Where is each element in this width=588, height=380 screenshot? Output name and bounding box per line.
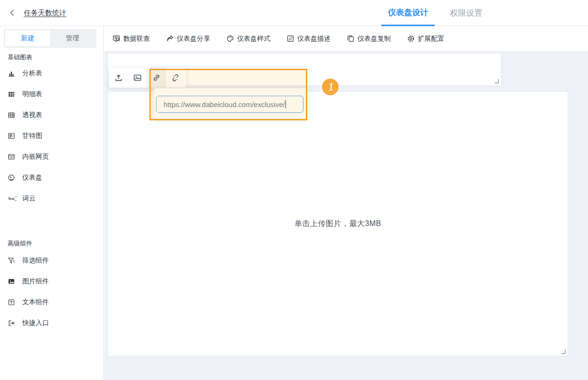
toolbar-dashboard-description[interactable]: 仪表盘描述 — [286, 35, 331, 43]
sidebar-item-analysis-table[interactable]: 分析表 — [0, 63, 103, 84]
unlink-icon — [171, 73, 180, 82]
link-button[interactable] — [147, 68, 166, 88]
word-cloud-icon: Text — [8, 195, 18, 202]
section-basic-charts: 基础图表 — [8, 53, 32, 62]
palette-icon — [226, 35, 234, 43]
data-query-icon — [112, 35, 120, 43]
sidebar-item-gantt-chart[interactable]: 甘特图 — [0, 126, 103, 146]
gear-icon — [407, 35, 415, 43]
share-icon — [166, 35, 174, 43]
upload-icon — [114, 73, 123, 82]
toolbar-extended-config[interactable]: 扩展配置 — [407, 35, 444, 43]
dashboard-canvas: 单击上传图片，最大3MB https://www.dabeicl — [104, 52, 588, 380]
resize-handle-icon[interactable] — [495, 79, 499, 83]
text-icon — [8, 299, 18, 306]
back-button[interactable] — [3, 3, 22, 22]
upload-image-button[interactable] — [109, 68, 128, 88]
upload-hint-text: 单击上传图片，最大3MB — [294, 219, 381, 229]
copy-icon — [347, 35, 355, 43]
back-chevron-icon — [8, 9, 17, 17]
sidebar-item-pivot-table[interactable]: 透视表 — [0, 105, 103, 126]
unlink-button[interactable] — [166, 68, 185, 88]
image-icon — [8, 278, 18, 285]
text-caret — [285, 100, 286, 109]
resize-handle-icon[interactable] — [561, 350, 566, 354]
dashboard-toolbar: 数据联查 仪表盘分享 仪表盘样式 仪表盘描述 仪表盘复制 扩展配置 — [104, 26, 588, 52]
sidebar-segmented-control: 新建 管理 — [4, 29, 96, 48]
sidebar-item-image-component[interactable]: 图片组件 — [0, 271, 103, 292]
toolbar-dashboard-share[interactable]: 仪表盘分享 — [166, 35, 210, 43]
dashboard-title[interactable]: 任务天数统计 — [24, 9, 66, 18]
gauge-icon — [8, 174, 18, 181]
image-upload-area[interactable]: 单击上传图片，最大3MB — [108, 91, 568, 356]
tab-permission-settings[interactable]: 权限设置 — [443, 0, 489, 26]
app-header: 任务天数统计 仪表盘设计 权限设置 — [0, 0, 588, 26]
sidebar-item-gauge-dashboard[interactable]: 仪表盘 — [0, 167, 103, 188]
image-icon — [133, 73, 142, 82]
image-url-input[interactable]: https://www.dabeicloud.com/exclusive/ — [156, 96, 303, 113]
link-icon — [152, 73, 161, 82]
shortcut-icon — [8, 319, 18, 327]
component-sidebar: 新建 管理 基础图表 分析表 明细表 透视表 甘特图 — [0, 26, 104, 380]
toolbar-dashboard-copy[interactable]: 仪表盘复制 — [347, 35, 391, 43]
bar-chart-icon — [8, 70, 18, 77]
sidebar-item-text-component[interactable]: 文本组件 — [0, 292, 103, 313]
image-component-toolbar — [109, 68, 186, 88]
sidebar-item-filter-component[interactable]: 筛选组件 — [0, 250, 103, 271]
svg-text:Text: Text — [8, 197, 15, 200]
sidebar-item-quick-entry[interactable]: 快捷入口 — [0, 313, 103, 334]
image-url-value: https://www.dabeicloud.com/exclusive/ — [164, 100, 285, 109]
sidebar-item-word-cloud[interactable]: Text 词云 — [0, 188, 103, 209]
sidebar-item-embedded-webpage[interactable]: 内嵌网页 — [0, 146, 103, 167]
toolbar-dashboard-style[interactable]: 仪表盘样式 — [226, 35, 270, 43]
tab-dashboard-design[interactable]: 仪表盘设计 — [381, 0, 435, 26]
toolbar-data-query[interactable]: 数据联查 — [112, 35, 150, 43]
sidebar-tab-new[interactable]: 新建 — [5, 30, 50, 46]
header-tabs: 仪表盘设计 权限设置 — [381, 0, 489, 26]
sidebar-item-detail-table[interactable]: 明细表 — [0, 84, 103, 105]
embed-web-icon — [8, 153, 18, 161]
sidebar-tab-manage[interactable]: 管理 — [50, 30, 95, 46]
describe-icon — [286, 35, 294, 43]
filter-icon — [8, 257, 18, 264]
table-outline-icon — [8, 111, 18, 119]
table-filled-icon — [8, 90, 18, 98]
gantt-icon — [8, 132, 18, 140]
image-url-popover: https://www.dabeicloud.com/exclusive/ — [154, 88, 306, 119]
annotation-step-badge: 1 — [322, 79, 339, 95]
image-gallery-button[interactable] — [128, 68, 147, 88]
